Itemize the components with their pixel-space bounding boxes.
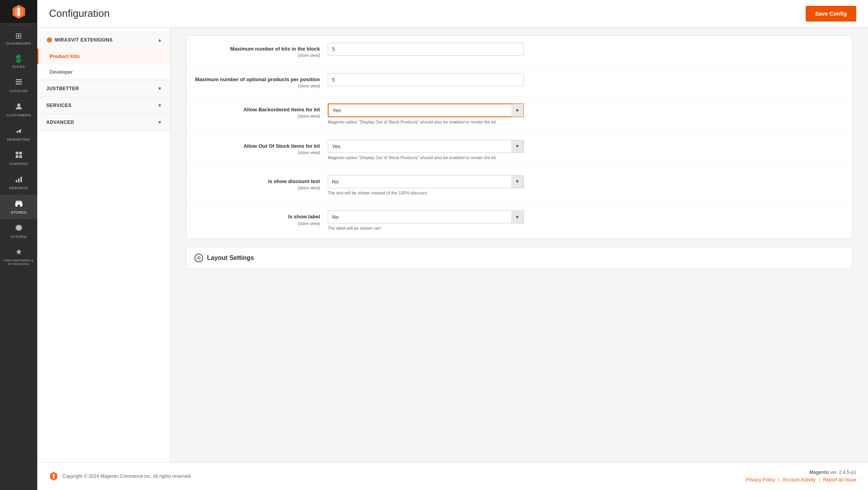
page-footer: Copyright © 2024 Magento Commerce Inc. A…	[37, 462, 868, 490]
reports-icon	[15, 175, 23, 184]
mirasvit-section-label: MIRASVIT EXTENSIONS	[55, 37, 113, 43]
max-optional-input[interactable]	[328, 73, 524, 86]
services-section-label: SERVICES	[46, 103, 71, 108]
nav-section-advanced: ADVANCED ▼	[37, 114, 170, 131]
form-control-max-kits	[328, 43, 844, 56]
sidebar-item-content[interactable]: CONTENT	[0, 146, 37, 171]
sidebar-item-label: REPORTS	[9, 186, 28, 190]
svg-rect-13	[18, 178, 20, 182]
svg-rect-10	[16, 155, 18, 158]
svg-rect-14	[20, 177, 22, 182]
form-label-show-label: Is show label [store view]	[194, 211, 328, 227]
show-discount-hint: The text will be shown instead of the 10…	[328, 190, 524, 196]
sidebar-item-sales[interactable]: 💲 SALES	[0, 50, 37, 73]
sidebar-item-stores[interactable]: STORES	[0, 195, 37, 219]
layout-settings-header[interactable]: ⊙ Layout Settings	[187, 247, 852, 269]
nav-section-header-services[interactable]: SERVICES ▼	[37, 97, 170, 114]
layout-settings-label: Layout Settings	[207, 254, 254, 261]
sidebar-item-catalog[interactable]: CATALOG	[0, 73, 37, 98]
allow-out-of-stock-hint: Magento option "Display Out of Stock Pro…	[328, 155, 524, 161]
chevron-down-icon: ▼	[158, 86, 162, 91]
sidebar-item-label: FIND PARTNERS & EXTENSIONS	[2, 259, 36, 266]
nav-item-developer[interactable]: Developer	[37, 64, 170, 80]
sidebar-item-reports[interactable]: REPORTS	[0, 171, 37, 195]
dashboard-icon: ⊞	[15, 32, 22, 40]
form-label-show-discount: Is show discount text [store view]	[194, 175, 328, 191]
sidebar: ⊞ DASHBOARD 💲 SALES CATALOG CUSTOMERS MA…	[0, 0, 37, 490]
svg-rect-12	[16, 180, 17, 182]
magento-logo-icon	[11, 4, 27, 20]
allow-backordered-select-wrap: Yes No ▼	[328, 103, 524, 117]
form-row-allow-out-of-stock: Allow Out Of Stock items for kit [store …	[187, 133, 852, 168]
svg-marker-18	[16, 249, 22, 254]
allow-backordered-select[interactable]: Yes No	[328, 103, 524, 117]
svg-rect-6	[16, 83, 22, 85]
mirasvit-icon	[46, 37, 53, 43]
sidebar-item-customers[interactable]: CUSTOMERS	[0, 98, 37, 122]
layout-settings-section: ⊙ Layout Settings	[186, 247, 852, 269]
sidebar-item-label: CATALOG	[9, 89, 27, 93]
footer-version-line: Magento ver. 2.4.5-p1	[746, 469, 856, 476]
footer-logo-icon	[49, 472, 58, 481]
svg-rect-9	[19, 152, 22, 154]
show-label-select-wrap: Yes No ▼	[328, 211, 524, 223]
sidebar-item-find[interactable]: FIND PARTNERS & EXTENSIONS	[0, 243, 37, 270]
chevron-down-icon: ▼	[158, 103, 162, 108]
advanced-section-label: ADVANCED	[46, 120, 74, 125]
sidebar-divider	[7, 25, 30, 25]
page-header: Configuration Save Config	[37, 0, 868, 27]
nav-section-header-justbetter[interactable]: JUSTBETTER ▼	[37, 80, 170, 97]
form-label-max-optional: Maximum number of optional products per …	[194, 73, 328, 89]
nav-section-services: SERVICES ▼	[37, 97, 170, 114]
catalog-icon	[15, 78, 23, 87]
account-activity-link[interactable]: Account Activity	[783, 476, 815, 484]
nav-section-header-mirasvit[interactable]: MIRASVIT EXTENSIONS ▲	[37, 31, 170, 49]
report-issue-link[interactable]: Report an Issue	[823, 476, 856, 484]
sidebar-item-dashboard[interactable]: ⊞ DASHBOARD	[0, 27, 37, 50]
main-content: Configuration Save Config MIRASVIT EXTEN…	[37, 0, 868, 490]
form-control-show-label: Yes No ▼ The label will be shown cart	[328, 211, 844, 231]
form-control-max-optional	[328, 73, 844, 86]
marketing-icon	[15, 127, 23, 136]
svg-rect-5	[16, 82, 22, 83]
form-row-allow-backordered: Allow Backordered items for kit [store v…	[187, 96, 852, 132]
show-label-select[interactable]: Yes No	[328, 211, 524, 223]
max-kits-input[interactable]	[328, 43, 524, 56]
svg-rect-22	[53, 474, 54, 479]
show-label-hint: The label will be shown cart	[328, 225, 524, 231]
mirasvit-nav-items: Product Kits Developer	[37, 49, 170, 80]
sidebar-item-label: DASHBOARD	[6, 41, 31, 45]
form-row-max-kits: Maximum number of kits in the block [sto…	[187, 36, 852, 66]
content-icon	[15, 151, 23, 160]
find-icon	[15, 248, 23, 257]
allow-out-of-stock-select-wrap: Yes No ▼	[328, 140, 524, 153]
svg-rect-16	[18, 205, 20, 207]
sales-icon: 💲	[14, 55, 24, 63]
sidebar-item-label: MARKETING	[7, 137, 30, 142]
allow-backordered-hint: Magento option "Display Out of Stock Pro…	[328, 119, 524, 125]
save-config-button[interactable]: Save Config	[806, 6, 856, 22]
show-discount-select[interactable]: Yes No	[328, 175, 524, 188]
form-row-max-optional: Maximum number of optional products per …	[187, 66, 852, 97]
footer-links: Privacy Policy | Account Activity | Repo…	[746, 476, 856, 484]
svg-point-7	[17, 103, 20, 107]
sidebar-item-system[interactable]: SYSTEM	[0, 219, 37, 243]
sidebar-item-label: SALES	[12, 64, 25, 69]
content-area: MIRASVIT EXTENSIONS ▲ Product Kits Devel…	[37, 27, 868, 462]
nav-section-header-advanced[interactable]: ADVANCED ▼	[37, 114, 170, 131]
form-label-allow-out-of-stock: Allow Out Of Stock items for kit [store …	[194, 140, 328, 156]
sidebar-item-label: CONTENT	[9, 162, 28, 166]
form-row-show-label: Is show label [store view] Yes No ▼ The …	[187, 203, 852, 238]
nav-item-product-kits[interactable]: Product Kits	[37, 49, 170, 64]
footer-right: Magento ver. 2.4.5-p1 Privacy Policy | A…	[746, 469, 856, 484]
footer-left: Copyright © 2024 Magento Commerce Inc. A…	[49, 472, 192, 481]
footer-version-label: Magento	[810, 470, 829, 475]
show-discount-select-wrap: Yes No ▼	[328, 175, 524, 188]
allow-out-of-stock-select[interactable]: Yes No	[328, 140, 524, 153]
svg-rect-3	[18, 8, 20, 16]
config-area: Maximum number of kits in the block [sto…	[171, 27, 868, 462]
svg-rect-11	[19, 155, 22, 158]
privacy-policy-link[interactable]: Privacy Policy	[746, 476, 775, 484]
form-row-show-discount: Is show discount text [store view] Yes N…	[187, 168, 852, 203]
sidebar-item-marketing[interactable]: MARKETING	[0, 122, 37, 146]
